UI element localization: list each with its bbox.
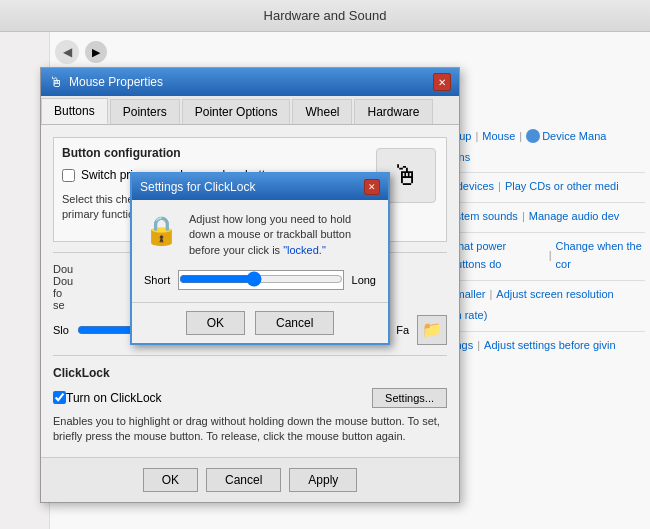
dbl-label: Dou — [53, 263, 73, 275]
clicklock-settings-button[interactable]: Settings... — [372, 388, 447, 408]
forward-button[interactable]: ▶ — [85, 41, 107, 63]
adjust-before-link[interactable]: Adjust settings before givin — [484, 336, 615, 355]
dbl-label3: fo — [53, 287, 62, 299]
change-when-link[interactable]: Change when the cor — [556, 237, 645, 274]
hw-links-section: etup | Mouse | Device Mana ions r device… — [450, 127, 645, 354]
tab-buttons[interactable]: Buttons — [41, 98, 108, 124]
dbl-label2: Dou — [53, 275, 73, 287]
mouse-dialog-titlebar: 🖱 Mouse Properties ✕ — [41, 68, 459, 96]
lock-icon: 🔒 — [144, 212, 179, 258]
clicklock-checkbox[interactable] — [53, 391, 66, 404]
clicklock-titlebar: Settings for ClickLock ✕ — [132, 174, 388, 200]
mouse-dialog-icon: 🖱 — [49, 74, 63, 90]
clicklock-desc-part1: Adjust how long you need to hold down a … — [189, 213, 351, 256]
hw-titlebar: Hardware and Sound — [0, 0, 650, 32]
clicklock-section: ClickLock Turn on ClickLock Settings... … — [53, 366, 447, 445]
section-divider-1 — [450, 168, 645, 173]
clicklock-description: Enables you to highlight or drag without… — [53, 414, 447, 445]
power-buttons-link[interactable]: what power buttons do — [450, 237, 545, 274]
manage-audio-link[interactable]: Manage audio dev — [529, 207, 620, 226]
clicklock-slider-row: Short Long — [132, 270, 388, 302]
mouse-dialog-close[interactable]: ✕ — [433, 73, 451, 91]
device-icon — [526, 129, 540, 143]
clicklock-row: Turn on ClickLock Settings... — [53, 388, 447, 408]
clicklock-dialog-title: Settings for ClickLock — [140, 180, 255, 194]
device-manager-link[interactable]: Device Mana — [542, 127, 606, 146]
clicklock-label: ClickLock — [53, 366, 447, 380]
adjust-resolution-link[interactable]: Adjust screen resolution — [496, 285, 613, 304]
section-divider-4 — [450, 276, 645, 281]
links-row-3: ystem sounds | Manage audio dev — [450, 207, 645, 226]
clicklock-desc-locked: "locked." — [283, 244, 326, 256]
links-row-6: tings | Adjust settings before givin — [450, 336, 645, 355]
clicklock-close-button[interactable]: ✕ — [364, 179, 380, 195]
tab-wheel[interactable]: Wheel — [292, 99, 352, 124]
links-row-4: what power buttons do | Change when the … — [450, 237, 645, 274]
clicklock-checkbox-label[interactable]: Turn on ClickLock — [66, 391, 162, 405]
mouse-dialog-tabs: Buttons Pointers Pointer Options Wheel H… — [41, 96, 459, 125]
links-row-1: etup | Mouse | Device Mana — [450, 127, 645, 146]
speed-fast-label: Fa — [396, 324, 409, 336]
mouse-ok-button[interactable]: OK — [143, 468, 198, 492]
links-row-2: r devices | Play CDs or other medi — [450, 177, 645, 196]
section-divider-3 — [450, 228, 645, 233]
nav-area: ◀ ▶ — [55, 40, 107, 64]
section-divider-5 — [450, 327, 645, 332]
ions-link[interactable]: ions — [450, 148, 645, 167]
clicklock-slider-container — [178, 270, 343, 290]
clicklock-description-text: Adjust how long you need to hold down a … — [189, 212, 376, 258]
clicklock-checkbox-area: Turn on ClickLock — [53, 391, 162, 405]
switch-checkbox[interactable] — [62, 169, 75, 182]
links-row-5: smaller | Adjust screen resolution — [450, 285, 645, 304]
system-sounds-link[interactable]: ystem sounds — [450, 207, 518, 226]
clicklock-ok-button[interactable]: OK — [186, 311, 245, 335]
speed-slow-label: Slo — [53, 324, 69, 336]
mouse-apply-button[interactable]: Apply — [289, 468, 357, 492]
mouse-dialog-footer: OK Cancel Apply — [41, 457, 459, 502]
clicklock-divider — [53, 355, 447, 356]
clicklock-dialog-footer: OK Cancel — [132, 302, 388, 343]
tab-pointers[interactable]: Pointers — [110, 99, 180, 124]
clicklock-cancel-button[interactable]: Cancel — [255, 311, 334, 335]
section-divider-2 — [450, 198, 645, 203]
short-label: Short — [144, 274, 170, 286]
mouse-cancel-button[interactable]: Cancel — [206, 468, 281, 492]
play-cds-link[interactable]: Play CDs or other medi — [505, 177, 619, 196]
clicklock-body: 🔒 Adjust how long you need to hold down … — [132, 200, 388, 270]
dbl-label4: se — [53, 299, 65, 311]
tab-pointer-options[interactable]: Pointer Options — [182, 99, 291, 124]
mouse-link[interactable]: Mouse — [482, 127, 515, 146]
clicklock-speed-slider[interactable] — [179, 271, 342, 287]
hw-title: Hardware and Sound — [264, 8, 387, 23]
tab-hardware[interactable]: Hardware — [354, 99, 432, 124]
sh-rate-text: sh rate) — [450, 306, 645, 325]
hardware-sound-window: Hardware and Sound ◀ ▶ C Sy N ● H Pr Sa … — [0, 0, 650, 529]
clicklock-settings-dialog: Settings for ClickLock ✕ 🔒 Adjust how lo… — [130, 172, 390, 345]
long-label: Long — [352, 274, 376, 286]
test-area-folder[interactable]: 📁 — [417, 315, 447, 345]
back-button[interactable]: ◀ — [55, 40, 79, 64]
mouse-dialog-title: Mouse Properties — [69, 75, 163, 89]
